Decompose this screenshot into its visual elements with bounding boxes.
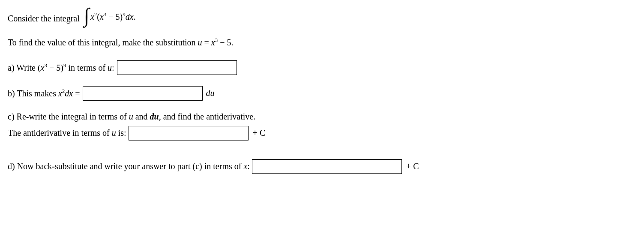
integral-line: Consider the integral ∫ x2(x3 − 5)9dx. bbox=[8, 8, 631, 26]
part-c-text1: c) Re-write the integral in terms of u a… bbox=[8, 112, 255, 122]
substitution-line: To find the value of this integral, make… bbox=[8, 37, 631, 48]
part-c-text2: The antiderivative in terms of u is: bbox=[8, 128, 126, 138]
part-b-input[interactable] bbox=[83, 86, 203, 101]
integral-symbol: ∫ bbox=[84, 5, 90, 26]
part-d-plus-c: + C bbox=[406, 161, 419, 171]
part-b-line: b) This makes x2dx = du bbox=[8, 86, 631, 101]
part-c-block: c) Re-write the integral in terms of u a… bbox=[8, 112, 631, 148]
part-a-input[interactable] bbox=[117, 60, 237, 75]
problem-container: Consider the integral ∫ x2(x3 − 5)9dx. T… bbox=[8, 8, 631, 185]
part-d-label: d) Now back-substitute and write your an… bbox=[8, 161, 250, 171]
part-a-line: a) Write (x3 − 5)9 in terms of u: bbox=[8, 60, 631, 75]
part-d-line: d) Now back-substitute and write your an… bbox=[8, 159, 631, 174]
consider-text: Consider the integral bbox=[8, 14, 80, 24]
du-label: du bbox=[206, 88, 215, 98]
substitution-text: To find the value of this integral, make… bbox=[8, 37, 233, 48]
part-b-label: b) This makes x2dx = bbox=[8, 88, 80, 99]
part-c-plus-c: + C bbox=[253, 128, 266, 138]
integral-expr: x2(x3 − 5)9dx. bbox=[90, 11, 136, 22]
part-c-input[interactable] bbox=[129, 126, 249, 140]
part-a-label: a) Write (x3 − 5)9 in terms of u: bbox=[8, 62, 114, 73]
part-d-input[interactable] bbox=[252, 159, 402, 174]
part-c-line2: The antiderivative in terms of u is: + C bbox=[8, 126, 631, 140]
part-c-line1: c) Re-write the integral in terms of u a… bbox=[8, 112, 631, 122]
